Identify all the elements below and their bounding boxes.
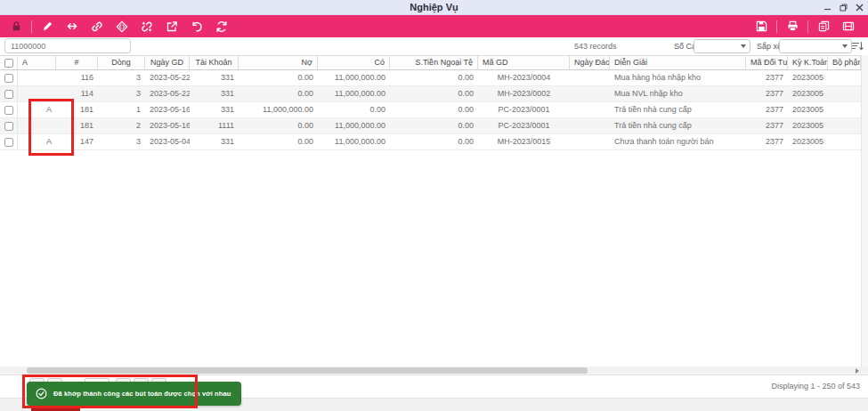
edit-pencil-icon[interactable] <box>37 18 58 36</box>
window-title: Nghiệp Vụ <box>0 2 868 12</box>
toast-message: Đã khớp thành công các bút toán được chọ… <box>53 390 231 398</box>
column-header-dien_giai[interactable]: Diễn Giải <box>610 56 746 69</box>
column-header-ngay_dao[interactable]: Ngày Đáo ... <box>570 56 610 69</box>
sort-amount-icon[interactable] <box>851 40 865 53</box>
cell-ky_k_toan: 2023005 <box>788 134 828 149</box>
close-icon[interactable] <box>853 2 865 13</box>
scrollbar-thumb[interactable] <box>27 367 588 374</box>
filter-bar: 543 records Số Cái Sắp xếp <box>0 37 868 55</box>
cell-a: A <box>18 134 56 149</box>
cell-ma_doi_tuong: 2377 <box>746 134 788 149</box>
chevron-down-icon <box>741 44 746 48</box>
unlink-icon[interactable] <box>136 18 158 36</box>
undo-icon[interactable] <box>186 18 207 36</box>
print-icon[interactable] <box>782 18 803 36</box>
cell-bo_phan <box>828 70 861 85</box>
select-all-header[interactable] <box>0 56 18 69</box>
cell-ky_k_toan: 2023005 <box>788 86 828 101</box>
column-header-ky_k_toan[interactable]: Kỳ K.Toán <box>788 56 828 69</box>
cell-ma_gd: PC-2023/0001 <box>478 102 570 117</box>
cell-bo_phan <box>828 86 861 101</box>
column-header-s_tien_ngoai_te[interactable]: S.Tiền Ngoại Tệ <box>390 56 478 69</box>
vertical-scrollbar[interactable] <box>861 55 868 367</box>
row-checkbox[interactable] <box>4 138 13 147</box>
sap-xep-combobox[interactable] <box>779 39 852 53</box>
cell-co: 11,000,000.00 <box>318 134 390 149</box>
column-header-dong[interactable]: Dòng <box>98 56 145 69</box>
so-cai-combobox[interactable] <box>694 39 750 53</box>
column-header-ma_gd[interactable]: Mã GD <box>478 56 570 69</box>
link-icon[interactable] <box>86 18 108 36</box>
cell-ngay_dao <box>570 86 610 101</box>
diamond-code-icon[interactable] <box>111 18 133 36</box>
external-link-icon[interactable] <box>161 18 183 36</box>
cell-ma_doi_tuong: 2377 <box>746 70 788 85</box>
account-filter-input[interactable] <box>4 38 131 53</box>
arrows-horizontal-icon[interactable] <box>61 18 83 36</box>
cell-dien_giai: Mua hàng hóa nhập kho <box>610 70 746 85</box>
cell-s_tien_ngoai_te: 0.00 <box>390 134 478 149</box>
cell-ma_doi_tuong: 2377 <box>746 86 788 101</box>
row-checkbox[interactable] <box>4 74 13 83</box>
cell-ma_gd: MH-2023/0004 <box>478 70 570 85</box>
minimize-icon[interactable] <box>821 2 833 13</box>
table-row[interactable]: A14732023-05-043310.0011,000,000.000.00M… <box>0 134 861 150</box>
cell-dong: 3 <box>98 70 145 85</box>
cell-dien_giai: Mua NVL nhập kho <box>610 86 746 101</box>
table-row[interactable]: 18122023-05-1611110.0011,000,000.000.00P… <box>0 118 861 134</box>
row-select-cell <box>0 118 18 133</box>
select-all-checkbox[interactable] <box>4 59 13 68</box>
column-header-no[interactable]: Nợ <box>239 56 318 69</box>
restore-icon[interactable] <box>837 2 849 13</box>
cell-ngay_gd: 2023-05-04 <box>145 134 190 149</box>
table-row[interactable]: A18112023-05-1633111,000,000.000.000.00P… <box>0 102 861 118</box>
cell-co: 0.00 <box>318 102 390 117</box>
cell-tai_khoan: 1111 <box>190 118 239 133</box>
cell-no: 11,000,000.00 <box>239 102 318 117</box>
row-select-cell <box>0 70 18 85</box>
cell-ngay_dao <box>570 134 610 149</box>
cell-ky_k_toan: 2023005 <box>788 70 828 85</box>
row-checkbox[interactable] <box>4 90 13 99</box>
scroll-right-icon[interactable] <box>856 368 859 374</box>
toolbar-divider <box>807 20 808 33</box>
save-icon[interactable] <box>750 18 772 36</box>
partially-hidden-button[interactable] <box>31 406 80 411</box>
cell-co: 11,000,000.00 <box>318 70 390 85</box>
table-row[interactable]: 11632023-05-223310.0011,000,000.000.00MH… <box>0 70 861 86</box>
column-header-tai_khoan[interactable]: Tài Khoản <box>190 56 239 69</box>
displaying-status: Displaying 1 - 250 of 543 <box>771 382 860 391</box>
transactions-grid: A#DòngNgày GDTài KhoảnNợCóS.Tiền Ngoại T… <box>0 55 861 150</box>
cell-s_tien_ngoai_te: 0.00 <box>390 102 478 117</box>
cell-dong: 3 <box>98 134 145 149</box>
records-count: 543 records <box>574 42 617 51</box>
cell-tai_khoan: 331 <box>190 134 239 149</box>
table-row[interactable]: 11432023-05-223310.0011,000,000.000.00MH… <box>0 86 861 102</box>
cell-a <box>18 118 56 133</box>
cell-tai_khoan: 331 <box>190 70 239 85</box>
row-checkbox[interactable] <box>4 106 13 115</box>
cell-num: 181 <box>56 102 98 117</box>
cell-a <box>18 70 56 85</box>
cell-ngay_gd: 2023-05-16 <box>145 118 190 133</box>
toolbar-divider <box>776 20 777 33</box>
cell-ma_gd: MH-2023/0002 <box>478 86 570 101</box>
cell-dien_giai: Trả tiền nhà cung cấp <box>610 102 746 117</box>
film-grid-icon[interactable] <box>838 18 859 36</box>
grid-header: A#DòngNgày GDTài KhoảnNợCóS.Tiền Ngoại T… <box>0 55 861 70</box>
column-header-bo_phan[interactable]: Bộ phận <box>828 56 861 69</box>
column-header-ngay_gd[interactable]: Ngày GD <box>145 56 190 69</box>
horizontal-scrollbar[interactable] <box>0 367 868 375</box>
column-header-a[interactable]: A <box>18 56 56 69</box>
cell-a: A <box>18 102 56 117</box>
cell-ma_gd: PC-2023/0001 <box>478 118 570 133</box>
column-header-ma_doi_tuong[interactable]: Mã Đối Tư... <box>746 56 788 69</box>
cell-ngay_gd: 2023-05-16 <box>145 102 190 117</box>
row-checkbox[interactable] <box>4 122 13 131</box>
copy-export-icon[interactable] <box>813 18 834 36</box>
column-header-num[interactable]: # <box>56 56 98 69</box>
lock-icon[interactable] <box>5 18 27 36</box>
refresh-icon[interactable] <box>211 18 232 36</box>
cell-s_tien_ngoai_te: 0.00 <box>390 70 478 85</box>
column-header-co[interactable]: Có <box>318 56 390 69</box>
